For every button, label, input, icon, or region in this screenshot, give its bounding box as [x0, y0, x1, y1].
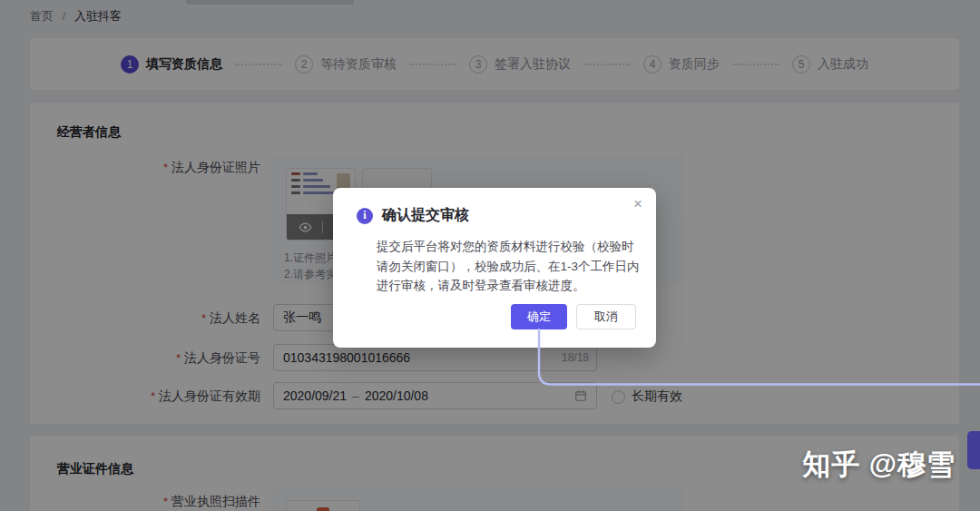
- modal-title: 确认提交审核: [382, 206, 469, 225]
- confirm-submit-modal: × i 确认提交审核 提交后平台将对您的资质材料进行校验（校验时请勿关闭窗口），…: [333, 188, 656, 348]
- info-icon: i: [357, 208, 373, 224]
- close-icon[interactable]: ×: [633, 196, 642, 211]
- modal-body-text: 提交后平台将对您的资质材料进行校验（校验时请勿关闭窗口），校验成功后、在1-3个…: [377, 237, 640, 296]
- zhihu-logo: [967, 431, 980, 469]
- confirm-button[interactable]: 确定: [511, 304, 567, 329]
- watermark-text: 知乎 @穆雪: [802, 446, 956, 484]
- modal-footer: 确定 取消: [511, 304, 636, 329]
- modal-header: i 确认提交审核: [357, 206, 469, 225]
- cancel-button[interactable]: 取消: [576, 304, 636, 329]
- merchant-onboarding-page: 首页 / 入驻抖客 1 填写资质信息 2 等待资质审核 3 签署入驻协议 4 资: [0, 0, 980, 511]
